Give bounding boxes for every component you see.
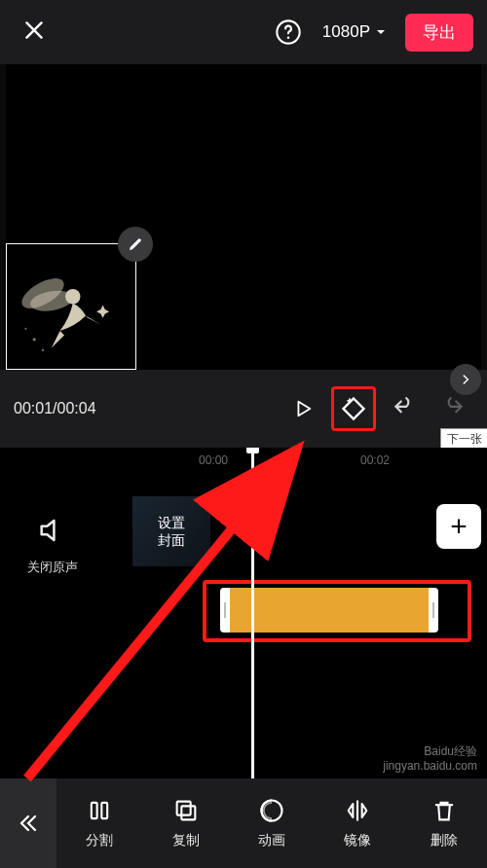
keyframe-diamond-icon xyxy=(340,395,367,422)
add-clip-button[interactable]: + xyxy=(436,504,481,549)
close-icon xyxy=(21,18,47,43)
mirror-icon xyxy=(344,797,371,824)
mute-label: 关闭原声 xyxy=(27,559,78,576)
playhead[interactable] xyxy=(251,448,254,778)
play-icon xyxy=(292,397,314,420)
trash-icon xyxy=(431,797,458,824)
bottom-toolbar: 分割 复制 动画 镜像 删除 xyxy=(0,778,487,868)
undo-button[interactable] xyxy=(384,388,425,429)
tool-split[interactable]: 分割 xyxy=(56,778,142,868)
svg-rect-11 xyxy=(176,802,190,815)
tool-copy-label: 复制 xyxy=(172,832,200,850)
top-bar: 1080P 导出 xyxy=(0,0,487,64)
mute-audio-button[interactable]: 关闭原声 xyxy=(27,514,78,576)
transport-bar: 下一张 00:01/00:04 xyxy=(0,370,487,448)
timecode: 00:01/00:04 xyxy=(14,400,96,417)
svg-point-1 xyxy=(287,37,290,40)
add-keyframe-button[interactable] xyxy=(331,386,376,431)
svg-rect-12 xyxy=(181,806,195,819)
plus-icon: + xyxy=(450,510,468,543)
cover-label: 设置封面 xyxy=(158,514,185,549)
tool-animate-label: 动画 xyxy=(258,832,285,850)
redo-button[interactable] xyxy=(432,388,473,429)
undo-icon xyxy=(392,396,417,421)
split-icon xyxy=(86,797,113,824)
tool-split-label: 分割 xyxy=(86,832,113,850)
tool-mirror[interactable]: 镜像 xyxy=(315,778,400,868)
caret-down-icon xyxy=(376,27,386,37)
tool-copy[interactable]: 复制 xyxy=(142,778,228,868)
selection-frame[interactable] xyxy=(6,243,136,370)
tool-mirror-label: 镜像 xyxy=(344,832,371,850)
chevron-right-icon xyxy=(459,373,472,386)
svg-point-7 xyxy=(24,328,26,330)
preview-area[interactable] xyxy=(6,64,481,370)
help-button[interactable] xyxy=(274,18,303,47)
svg-point-5 xyxy=(33,338,36,341)
timeline-area[interactable]: 00:00 00:02 关闭原声 设置封面 + xyxy=(0,448,487,778)
edit-selection-button[interactable] xyxy=(118,227,153,262)
animate-icon xyxy=(258,797,285,824)
toolbar-collapse-button[interactable] xyxy=(0,778,56,868)
tool-delete[interactable]: 删除 xyxy=(401,778,487,868)
redo-icon xyxy=(440,396,466,421)
tool-animate[interactable]: 动画 xyxy=(229,778,315,868)
pencil-icon xyxy=(127,235,144,253)
resolution-value: 1080P xyxy=(322,22,370,42)
fairy-sticker-icon xyxy=(11,256,118,363)
speaker-icon xyxy=(36,514,69,547)
time-ruler: 00:00 00:02 xyxy=(0,453,487,473)
chevrons-left-icon xyxy=(17,812,40,835)
svg-rect-10 xyxy=(102,803,108,818)
resolution-selector[interactable]: 1080P xyxy=(313,17,395,48)
help-icon xyxy=(275,18,302,46)
tool-delete-label: 删除 xyxy=(431,832,458,850)
svg-point-4 xyxy=(65,289,80,304)
copy-icon xyxy=(172,797,200,824)
export-button[interactable]: 导出 xyxy=(405,14,473,52)
svg-rect-9 xyxy=(92,803,97,818)
svg-point-6 xyxy=(42,348,45,351)
play-button[interactable] xyxy=(282,388,323,429)
export-label: 导出 xyxy=(423,23,456,42)
cover-thumbnail[interactable]: 设置封面 xyxy=(132,496,210,566)
close-button[interactable] xyxy=(21,18,47,47)
